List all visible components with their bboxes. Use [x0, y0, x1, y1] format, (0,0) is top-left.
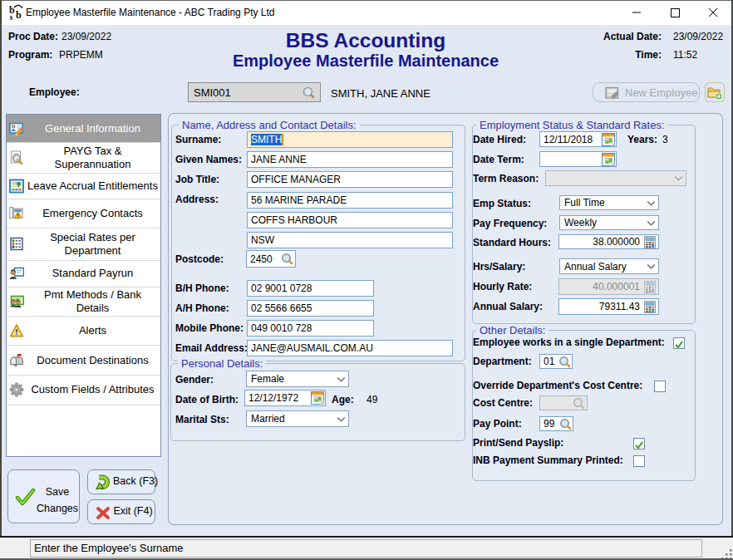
svg-text:s: s [10, 12, 13, 21]
svg-text:b: b [16, 9, 22, 21]
